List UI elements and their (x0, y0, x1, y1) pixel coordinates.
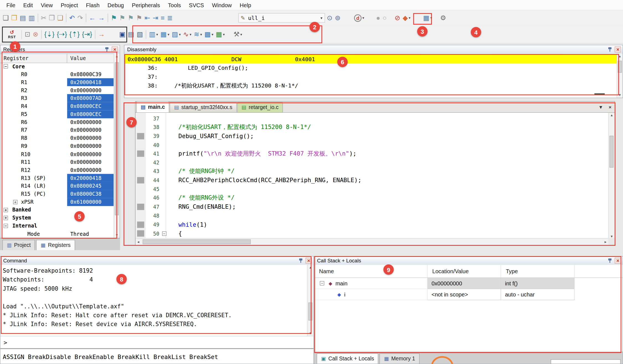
disassembly-scrollbar[interactable]: ▲ ▼ (617, 54, 623, 98)
disassembly-current-line[interactable]: 0x08000C36 4001 DCW 0x4001 (124, 55, 617, 64)
symbol-window-button[interactable]: ▧ (136, 29, 144, 39)
register-row[interactable]: −Internal (0, 222, 114, 230)
menu-window[interactable]: Window (208, 1, 236, 9)
collapse-icon[interactable]: − (320, 281, 324, 285)
callstack-row[interactable]: ◆i<not in scope>auto - uchar (314, 289, 623, 300)
register-row[interactable]: +xPSR0x61000000 (0, 198, 114, 206)
scroll-up-icon[interactable]: ▲ (115, 55, 118, 58)
close-icon[interactable]: × (112, 47, 118, 53)
insert-breakpoint-button[interactable]: ● (375, 13, 381, 23)
scroll-down-icon[interactable]: ▼ (309, 332, 312, 335)
find-button[interactable]: ⊚ (334, 13, 341, 23)
register-row[interactable]: R50x08000CEC (0, 110, 114, 118)
reset-button[interactable]: ↺RST (5, 28, 19, 41)
run-to-line-button[interactable]: {⇥} (81, 29, 93, 39)
pin-icon[interactable] (607, 47, 612, 52)
chevron-down-icon[interactable]: ▾ (240, 32, 242, 36)
expand-icon[interactable]: + (4, 208, 8, 212)
start-stop-debug-button[interactable]: d▾ (353, 13, 365, 23)
new-file-button[interactable]: ❑ (2, 13, 10, 23)
callstack-row[interactable]: −◆main0x00000000int f() (314, 278, 623, 289)
register-column-header[interactable]: Register (0, 54, 67, 63)
breakpoint-margin[interactable] (135, 158, 146, 167)
expand-icon[interactable]: + (4, 216, 8, 220)
command-input[interactable]: > (0, 336, 313, 348)
expand-icon[interactable]: + (13, 200, 17, 204)
step-into-button[interactable]: {⇣} (43, 29, 55, 39)
scroll-down-icon[interactable]: ▼ (610, 235, 613, 238)
run-button[interactable]: ⊡ (24, 29, 31, 39)
kill-breakpoints-button[interactable]: ⊘ (394, 13, 401, 23)
code-line[interactable]: 45 (135, 185, 608, 193)
code-line[interactable]: 44RCC_AHB2PeriphClockCmd(RCC_AHB2Periph_… (135, 176, 608, 185)
tab-project[interactable]: ▥Project (2, 240, 35, 250)
pin-icon[interactable] (298, 258, 303, 263)
menu-file[interactable]: File (2, 1, 19, 9)
code-line[interactable]: 49while(1) (135, 220, 608, 229)
chevron-down-icon[interactable]: ▾ (321, 16, 322, 20)
trace-window-button[interactable]: ≋▾ (193, 29, 203, 39)
breakpoint-margin[interactable] (135, 193, 146, 202)
disassembly-content[interactable]: 0x08000C36 4001 DCW 0x4001 36: LED_GPIO_… (124, 54, 617, 98)
editor-hscrollbar[interactable]: ◄ ► (135, 238, 608, 245)
menu-debug[interactable]: Debug (104, 1, 128, 9)
scroll-up-icon[interactable]: ▲ (610, 113, 613, 117)
code-line[interactable]: 42 (135, 158, 608, 167)
editor-vscrollbar[interactable]: ▲ ▼ (608, 113, 615, 239)
find-combo-text[interactable]: ull_i (248, 15, 320, 21)
copy-button[interactable]: ❐ (48, 13, 56, 23)
breakpoint-margin-block[interactable] (135, 132, 146, 141)
code-line[interactable]: 41printf("\r\n 欢迎使用野火 STM32 F407 开发板。\r\… (135, 149, 608, 158)
code-line[interactable]: 47RNG_Cmd(ENABLE); (135, 202, 608, 211)
breakpoint-margin-block[interactable] (135, 202, 146, 211)
breakpoint-margin[interactable] (135, 141, 146, 149)
chevron-down-icon[interactable]: ▾ (430, 16, 432, 20)
register-row[interactable]: R80x00000000 (0, 134, 114, 142)
tab-startup-stm32f40xx-s[interactable]: ▤startup_stm32f40xx.s (170, 102, 237, 112)
register-row[interactable]: ModeThread (0, 230, 114, 238)
scrollbar-thumb[interactable] (115, 62, 119, 215)
system-viewer-button[interactable]: ▩▾ (204, 29, 214, 39)
chevron-down-icon[interactable]: ▾ (409, 16, 410, 20)
find-in-files-button[interactable]: ⊙ (326, 13, 333, 23)
command-window-button[interactable]: ▣ (118, 29, 126, 39)
command-help-bar[interactable]: ASSIGN BreakDisable BreakEnable BreakKil… (0, 348, 313, 364)
fold-minus-box[interactable]: − (162, 231, 166, 236)
scroll-down-icon[interactable]: ▼ (115, 233, 118, 237)
menu-peripherals[interactable]: Peripherals (128, 1, 164, 9)
scrollbar-thumb[interactable] (308, 303, 312, 321)
scroll-right-icon[interactable]: ► (604, 240, 607, 244)
breakpoint-margin-block[interactable] (135, 149, 146, 158)
register-row[interactable]: R10x20000418 (0, 78, 114, 86)
register-row[interactable]: −Core (0, 62, 114, 70)
menu-tools[interactable]: Tools (164, 1, 185, 9)
close-icon[interactable]: × (615, 47, 621, 53)
code-line[interactable]: 40 (135, 141, 608, 149)
breakpoint-margin[interactable] (135, 114, 146, 123)
register-row[interactable]: R13 (SP)0x20000418 (0, 174, 114, 182)
chevron-down-icon[interactable]: ▾ (362, 16, 364, 20)
disassembly-line[interactable]: 36: LED_GPIO_Config(); (124, 63, 617, 72)
stop-button[interactable]: ⊗ (32, 29, 39, 39)
serial-window-button[interactable]: ▨▾ (171, 29, 181, 39)
disassembly-line[interactable]: 37: (124, 72, 617, 81)
run-to-cursor-button[interactable]: → (97, 29, 106, 39)
code-line[interactable]: 50−{ (135, 229, 608, 238)
scrollbar-thumb[interactable] (618, 61, 622, 73)
chevron-down-icon[interactable]: ▼ (598, 104, 603, 110)
prev-bookmark-button[interactable]: ⚑ (119, 13, 126, 23)
find-combo[interactable]: ✎ull_i▾ (238, 13, 325, 22)
unind,ent-button[interactable]: ⇤ (144, 13, 151, 23)
code-line[interactable]: 39Debug_USART_Config(); (135, 132, 608, 141)
code-line[interactable]: 37 (135, 114, 608, 123)
clear-bookmarks-button[interactable]: ⚑ (135, 13, 143, 23)
toolbox-button[interactable]: ▦▾ (215, 29, 225, 39)
register-row[interactable]: R14 (LR)0x08000245 (0, 182, 114, 190)
analysis-window-button[interactable]: ∿▾ (182, 29, 192, 39)
menu-help[interactable]: Help (236, 1, 255, 9)
code-line[interactable]: 46/* 使能RNG外设 */ (135, 193, 608, 202)
navigate-back-button[interactable]: ← (88, 13, 96, 23)
command-output[interactable]: Software-Breakpoints: 8192Watchpoints: 4… (0, 265, 307, 336)
command-scrollbar[interactable]: ▲ ▼ (307, 265, 314, 336)
breakpoint-margin[interactable] (135, 185, 146, 193)
